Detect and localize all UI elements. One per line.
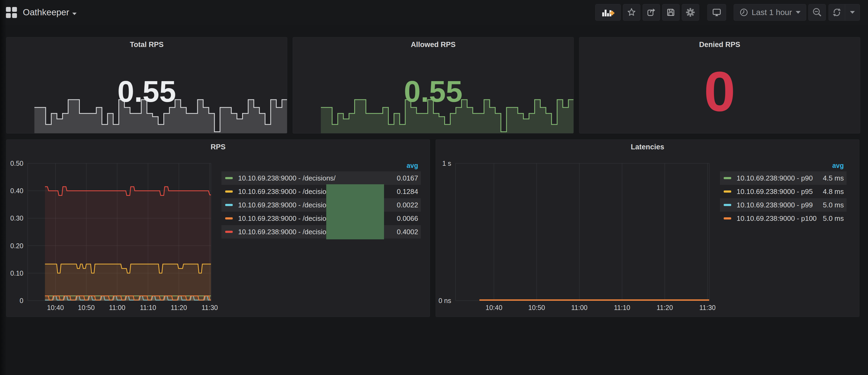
series-avg-value: 5.0 ms — [823, 201, 844, 209]
svg-text:10:40: 10:40 — [486, 304, 502, 311]
legend-avg-header[interactable]: avg — [221, 160, 421, 171]
series-avg-value: 4.5 ms — [823, 174, 844, 182]
cycle-view-mode-button[interactable] — [707, 4, 726, 21]
refresh-icon — [832, 7, 842, 17]
navbar-left: Oathkeeper — [6, 7, 76, 18]
panel-title-latencies[interactable]: Latencies — [436, 143, 859, 151]
svg-text:11:30: 11:30 — [202, 304, 218, 311]
panel-title-denied-rps[interactable]: Denied RPS — [579, 40, 860, 49]
legend-row[interactable]: 10.10.69.238:9000 - /decisions/0.1284 — [221, 185, 421, 198]
svg-text:11:00: 11:00 — [571, 304, 588, 311]
refresh-button[interactable] — [829, 4, 845, 21]
series-color-swatch[interactable] — [724, 217, 731, 219]
left-edge-shade — [0, 0, 6, 375]
panel-denied-rps: Denied RPS 0 — [579, 37, 860, 133]
series-avg-value: 0.0167 — [397, 174, 418, 182]
legend-avg-header[interactable]: avg — [720, 160, 846, 171]
series-label[interactable]: 10.10.69.238:9000 - p95 — [737, 187, 819, 196]
time-range-label: Last 1 hour — [752, 8, 792, 17]
panel-latencies: Latencies 0 ns1 s10:4010:5011:0011:1011:… — [436, 139, 859, 317]
series-label[interactable]: 10.10.69.238:9000 - /decisions/ — [238, 174, 394, 182]
panel-allowed-rps: Allowed RPS 0.55 — [293, 37, 574, 133]
svg-text:11:30: 11:30 — [699, 304, 716, 311]
series-color-swatch[interactable] — [225, 177, 233, 179]
svg-text:10:40: 10:40 — [47, 304, 64, 311]
panel-rps: RPS 00.100.200.300.400.5010:4010:5011:00… — [6, 139, 430, 317]
series-color-swatch[interactable] — [724, 177, 731, 179]
series-color-swatch[interactable] — [724, 204, 731, 206]
svg-text:0 ns: 0 ns — [439, 297, 451, 304]
stat-value-allowed-rps: 0.55 — [293, 76, 574, 107]
zoom-out-icon — [812, 7, 822, 18]
panel-total-rps: Total RPS 0.55 — [6, 37, 287, 133]
refresh-split-button — [829, 4, 860, 21]
svg-text:0: 0 — [20, 297, 23, 304]
save-button[interactable] — [662, 4, 680, 21]
dashboards-grid-icon[interactable] — [6, 7, 17, 18]
panel-title-total-rps[interactable]: Total RPS — [6, 40, 287, 49]
panel-title-rps[interactable]: RPS — [6, 143, 430, 151]
star-icon — [627, 7, 637, 17]
svg-text:0.20: 0.20 — [10, 242, 23, 250]
chevron-down-icon — [72, 12, 76, 15]
series-color-swatch[interactable] — [225, 204, 233, 206]
stat-value-denied-rps: 0 — [579, 63, 860, 120]
svg-text:0.30: 0.30 — [10, 214, 23, 222]
series-color-swatch[interactable] — [225, 190, 233, 193]
series-color-swatch[interactable] — [225, 231, 233, 233]
legend-row[interactable]: 10.10.69.238:9000 - p995.0 ms — [720, 198, 846, 212]
star-button[interactable] — [623, 4, 640, 21]
rps-legend: avg 10.10.69.238:9000 - /decisions/0.016… — [221, 160, 421, 239]
green-overlay-rect — [326, 184, 384, 239]
share-icon — [646, 7, 656, 17]
legend-row[interactable]: 10.10.69.238:9000 - /decisions/0.0167 — [221, 171, 421, 185]
svg-text:10:50: 10:50 — [528, 304, 545, 311]
share-button[interactable] — [643, 4, 660, 21]
legend-row[interactable]: 10.10.69.238:9000 - p954.8 ms — [720, 185, 846, 198]
svg-text:11:00: 11:00 — [109, 304, 125, 311]
legend-row[interactable]: 10.10.69.238:9000 - p904.5 ms — [720, 171, 846, 185]
settings-button[interactable] — [682, 4, 699, 21]
legend-row[interactable]: 10.10.69.238:9000 - /decisions/0.0022 — [221, 198, 421, 212]
dashboard-title[interactable]: Oathkeeper — [23, 7, 69, 18]
series-label[interactable]: 10.10.69.238:9000 - p100 — [737, 214, 819, 223]
svg-text:11:10: 11:10 — [614, 304, 630, 311]
series-avg-value: 0.0022 — [397, 201, 418, 209]
svg-text:11:10: 11:10 — [140, 304, 156, 311]
zoom-out-button[interactable] — [808, 4, 826, 21]
gear-icon — [685, 7, 695, 18]
series-avg-value: 0.4002 — [397, 228, 418, 236]
series-label[interactable]: 10.10.69.238:9000 - p99 — [737, 201, 819, 209]
save-icon — [666, 7, 676, 17]
svg-text:1 s: 1 s — [442, 160, 451, 167]
series-avg-value: 0.1284 — [397, 187, 418, 196]
legend-row[interactable]: 10.10.69.238:9000 - /decisions/0.4002 — [221, 225, 421, 239]
refresh-interval-button[interactable] — [845, 4, 860, 21]
navbar-right: Last 1 hour — [595, 4, 860, 21]
svg-text:10:50: 10:50 — [78, 304, 95, 311]
series-avg-value: 5.0 ms — [823, 214, 844, 223]
svg-text:0.40: 0.40 — [10, 187, 23, 194]
clock-icon — [739, 8, 748, 17]
legend-row[interactable]: 10.10.69.238:9000 - /decisions/0.0066 — [221, 212, 421, 225]
add-panel-icon — [601, 7, 614, 17]
time-range-caret-icon — [796, 11, 801, 14]
legend-row[interactable]: 10.10.69.238:9000 - p1005.0 ms — [720, 212, 846, 225]
series-avg-value: 4.8 ms — [823, 187, 844, 196]
series-color-swatch[interactable] — [724, 190, 731, 193]
series-label[interactable]: 10.10.69.238:9000 - p90 — [737, 174, 819, 182]
svg-text:11:20: 11:20 — [656, 304, 673, 311]
series-color-swatch[interactable] — [225, 217, 233, 219]
refresh-interval-caret-icon — [850, 11, 855, 14]
stat-value-total-rps: 0.55 — [6, 76, 287, 107]
tv-kiosk-icon — [712, 7, 722, 18]
panel-title-allowed-rps[interactable]: Allowed RPS — [293, 40, 574, 49]
series-avg-value: 0.0066 — [397, 214, 418, 223]
navbar: Oathkeeper — [0, 0, 868, 25]
time-range-picker[interactable]: Last 1 hour — [734, 4, 806, 21]
latencies-legend: avg 10.10.69.238:9000 - p904.5 ms10.10.6… — [720, 160, 846, 225]
svg-text:11:20: 11:20 — [170, 304, 187, 311]
svg-text:0.50: 0.50 — [10, 160, 23, 167]
svg-text:0.10: 0.10 — [10, 270, 23, 277]
add-panel-button[interactable] — [595, 4, 621, 21]
